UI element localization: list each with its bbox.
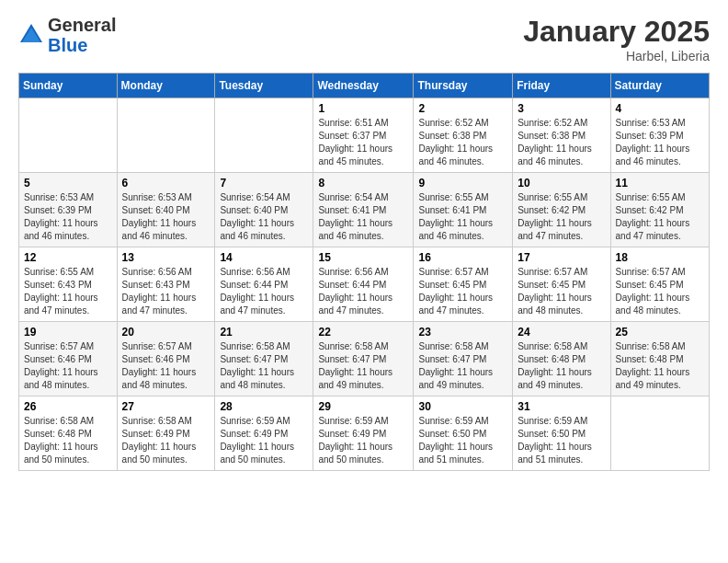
daylight-text: Daylight: 11 hours and 48 minutes. — [616, 293, 690, 316]
sunset-text: Sunset: 6:47 PM — [220, 354, 288, 364]
day-info: Sunrise: 6:51 AMSunset: 6:37 PMDaylight:… — [318, 117, 408, 168]
day-number: 30 — [418, 400, 507, 413]
calendar-cell-w0-d4: 2Sunrise: 6:52 AMSunset: 6:38 PMDaylight… — [414, 98, 513, 173]
day-info: Sunrise: 6:59 AMSunset: 6:49 PMDaylight:… — [318, 415, 408, 466]
day-info: Sunrise: 6:59 AMSunset: 6:50 PMDaylight:… — [518, 415, 605, 466]
header-tuesday: Tuesday — [215, 74, 313, 98]
daylight-text: Daylight: 11 hours and 48 minutes. — [24, 367, 98, 390]
daylight-text: Daylight: 11 hours and 47 minutes. — [318, 293, 392, 316]
week-row-4: 26Sunrise: 6:58 AMSunset: 6:48 PMDayligh… — [19, 396, 710, 471]
day-number: 28 — [220, 400, 308, 413]
day-number: 12 — [24, 251, 112, 264]
day-info: Sunrise: 6:58 AMSunset: 6:48 PMDaylight:… — [24, 415, 112, 466]
title-month: January 2025 — [523, 15, 710, 49]
sunset-text: Sunset: 6:45 PM — [518, 280, 586, 290]
sunset-text: Sunset: 6:47 PM — [418, 354, 486, 364]
logo-icon — [18, 22, 44, 48]
sunrise-text: Sunrise: 6:55 AM — [24, 267, 94, 277]
sunset-text: Sunset: 6:43 PM — [122, 280, 190, 290]
calendar-cell-w1-d2: 7Sunrise: 6:54 AMSunset: 6:40 PMDaylight… — [215, 173, 313, 247]
day-number: 27 — [122, 400, 210, 413]
calendar-cell-w1-d1: 6Sunrise: 6:53 AMSunset: 6:40 PMDaylight… — [117, 173, 215, 247]
daylight-text: Daylight: 11 hours and 49 minutes. — [318, 367, 392, 390]
sunrise-text: Sunrise: 6:55 AM — [418, 192, 488, 202]
day-info: Sunrise: 6:56 AMSunset: 6:44 PMDaylight:… — [220, 266, 308, 317]
calendar-cell-w2-d0: 12Sunrise: 6:55 AMSunset: 6:43 PMDayligh… — [19, 247, 118, 322]
title-block: January 2025 Harbel, Liberia — [523, 15, 710, 63]
sunset-text: Sunset: 6:50 PM — [518, 429, 586, 439]
day-info: Sunrise: 6:58 AMSunset: 6:49 PMDaylight:… — [122, 415, 210, 466]
daylight-text: Daylight: 11 hours and 46 minutes. — [318, 218, 392, 241]
calendar-cell-w2-d1: 13Sunrise: 6:56 AMSunset: 6:43 PMDayligh… — [117, 247, 215, 322]
week-row-1: 5Sunrise: 6:53 AMSunset: 6:39 PMDaylight… — [19, 173, 710, 247]
day-info: Sunrise: 6:54 AMSunset: 6:41 PMDaylight:… — [318, 191, 408, 243]
calendar-table: Sunday Monday Tuesday Wednesday Thursday… — [18, 73, 710, 471]
sunset-text: Sunset: 6:38 PM — [418, 131, 486, 141]
day-number: 20 — [122, 326, 210, 339]
sunset-text: Sunset: 6:37 PM — [318, 131, 386, 141]
sunrise-text: Sunrise: 6:58 AM — [318, 341, 388, 351]
daylight-text: Daylight: 11 hours and 47 minutes. — [616, 218, 690, 241]
day-number: 15 — [318, 251, 408, 264]
day-info: Sunrise: 6:57 AMSunset: 6:45 PMDaylight:… — [616, 266, 704, 317]
sunrise-text: Sunrise: 6:52 AM — [518, 118, 587, 128]
logo: General Blue — [18, 15, 116, 55]
sunrise-text: Sunrise: 6:54 AM — [220, 192, 290, 202]
calendar-cell-w3-d3: 22Sunrise: 6:58 AMSunset: 6:47 PMDayligh… — [313, 322, 414, 396]
day-number: 13 — [122, 251, 210, 264]
sunset-text: Sunset: 6:50 PM — [418, 429, 486, 439]
calendar-cell-w3-d2: 21Sunrise: 6:58 AMSunset: 6:47 PMDayligh… — [215, 322, 313, 396]
header: General Blue January 2025 Harbel, Liberi… — [18, 15, 710, 63]
sunrise-text: Sunrise: 6:52 AM — [418, 118, 488, 128]
sunrise-text: Sunrise: 6:58 AM — [616, 341, 686, 351]
calendar-cell-w2-d6: 18Sunrise: 6:57 AMSunset: 6:45 PMDayligh… — [610, 247, 709, 322]
day-number: 31 — [518, 400, 605, 413]
day-number: 6 — [122, 177, 210, 190]
daylight-text: Daylight: 11 hours and 48 minutes. — [518, 293, 592, 316]
calendar-cell-w2-d2: 14Sunrise: 6:56 AMSunset: 6:44 PMDayligh… — [215, 247, 313, 322]
sunrise-text: Sunrise: 6:57 AM — [518, 267, 587, 277]
sunset-text: Sunset: 6:41 PM — [318, 205, 386, 215]
daylight-text: Daylight: 11 hours and 50 minutes. — [318, 442, 392, 465]
sunrise-text: Sunrise: 6:58 AM — [220, 341, 290, 351]
week-row-3: 19Sunrise: 6:57 AMSunset: 6:46 PMDayligh… — [19, 322, 710, 396]
day-number: 3 — [518, 102, 605, 115]
daylight-text: Daylight: 11 hours and 50 minutes. — [220, 442, 294, 465]
day-info: Sunrise: 6:52 AMSunset: 6:38 PMDaylight:… — [418, 117, 507, 168]
sunset-text: Sunset: 6:39 PM — [616, 131, 684, 141]
daylight-text: Daylight: 11 hours and 51 minutes. — [418, 442, 493, 465]
calendar-cell-w4-d5: 31Sunrise: 6:59 AMSunset: 6:50 PMDayligh… — [513, 396, 610, 471]
sunset-text: Sunset: 6:40 PM — [220, 205, 288, 215]
sunset-text: Sunset: 6:49 PM — [220, 429, 288, 439]
day-info: Sunrise: 6:55 AMSunset: 6:42 PMDaylight:… — [616, 191, 704, 243]
daylight-text: Daylight: 11 hours and 49 minutes. — [616, 367, 690, 390]
header-wednesday: Wednesday — [313, 74, 414, 98]
calendar-cell-w0-d2 — [215, 98, 313, 173]
sunset-text: Sunset: 6:47 PM — [318, 354, 386, 364]
daylight-text: Daylight: 11 hours and 47 minutes. — [122, 293, 197, 316]
sunrise-text: Sunrise: 6:53 AM — [24, 192, 94, 202]
sunset-text: Sunset: 6:42 PM — [616, 205, 684, 215]
sunrise-text: Sunrise: 6:55 AM — [518, 192, 587, 202]
day-number: 5 — [24, 177, 112, 190]
day-number: 2 — [418, 102, 507, 115]
day-number: 22 — [318, 326, 408, 339]
daylight-text: Daylight: 11 hours and 47 minutes. — [220, 293, 294, 316]
sunrise-text: Sunrise: 6:56 AM — [220, 267, 290, 277]
sunset-text: Sunset: 6:42 PM — [518, 205, 586, 215]
daylight-text: Daylight: 11 hours and 46 minutes. — [122, 218, 197, 241]
day-number: 18 — [616, 251, 704, 264]
day-number: 26 — [24, 400, 112, 413]
daylight-text: Daylight: 11 hours and 45 minutes. — [318, 144, 392, 167]
header-saturday: Saturday — [610, 74, 709, 98]
sunrise-text: Sunrise: 6:53 AM — [122, 192, 192, 202]
calendar-cell-w0-d1 — [117, 98, 215, 173]
sunset-text: Sunset: 6:38 PM — [518, 131, 586, 141]
day-number: 8 — [318, 177, 408, 190]
sunset-text: Sunset: 6:49 PM — [318, 429, 386, 439]
day-number: 23 — [418, 326, 507, 339]
day-info: Sunrise: 6:55 AMSunset: 6:41 PMDaylight:… — [418, 191, 507, 243]
day-number: 11 — [616, 177, 704, 190]
sunset-text: Sunset: 6:44 PM — [318, 280, 386, 290]
calendar-cell-w0-d0 — [19, 98, 118, 173]
